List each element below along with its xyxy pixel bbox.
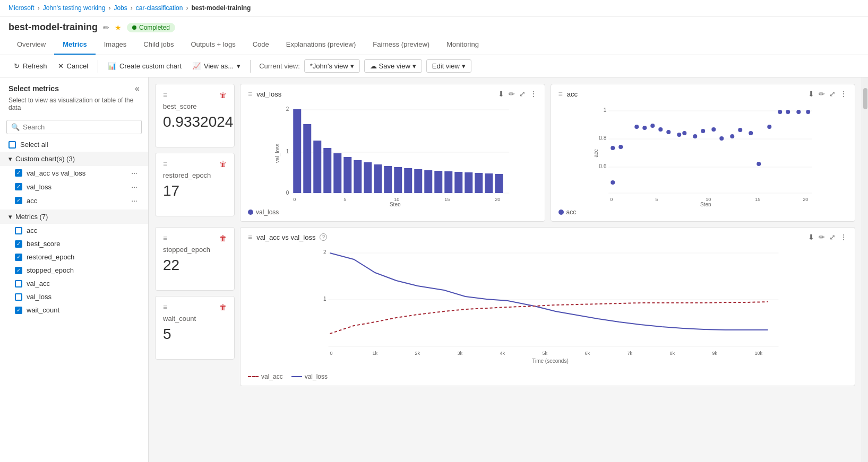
tab-overview[interactable]: Overview xyxy=(8,35,54,55)
svg-text:20: 20 xyxy=(803,197,808,202)
scroll-thumb[interactable] xyxy=(863,88,867,109)
svg-point-55 xyxy=(730,134,734,138)
edit-chart-icon-combo[interactable]: ✏ xyxy=(819,233,825,241)
download-icon-combo[interactable]: ⬇ xyxy=(808,233,814,241)
breadcrumb-jobs[interactable]: Jobs xyxy=(114,4,127,12)
cb-acc-metric[interactable] xyxy=(15,227,22,234)
svg-rect-11 xyxy=(333,153,341,193)
svg-text:9k: 9k xyxy=(712,351,718,356)
sidebar-item-acc[interactable]: acc ··· xyxy=(0,194,148,207)
svg-text:5k: 5k xyxy=(543,351,548,356)
sidebar-item-restored-epoch[interactable]: restored_epoch xyxy=(0,250,148,264)
more-icon[interactable]: ··· xyxy=(129,169,140,177)
delete-icon-4[interactable]: 🗑 xyxy=(219,303,227,311)
cb-stopped-epoch[interactable] xyxy=(15,267,22,274)
svg-rect-13 xyxy=(354,160,362,193)
delete-icon-3[interactable]: 🗑 xyxy=(219,234,227,242)
sidebar-item-val-acc[interactable]: val_acc xyxy=(0,277,148,290)
search-input[interactable] xyxy=(23,123,137,131)
svg-point-51 xyxy=(693,134,697,138)
more-icon-chart-acc[interactable]: ⋮ xyxy=(840,90,847,98)
download-icon-acc[interactable]: ⬇ xyxy=(808,90,814,98)
cancel-button[interactable]: ✕ Cancel xyxy=(53,59,93,73)
sidebar-collapse-button[interactable]: « xyxy=(135,84,140,93)
tab-fairness[interactable]: Fairness (preview) xyxy=(364,35,438,55)
sidebar-item-stopped-epoch[interactable]: stopped_epoch xyxy=(0,264,148,277)
cb-val-loss-metric[interactable] xyxy=(15,293,22,301)
expand-icon[interactable]: ⤢ xyxy=(519,90,526,98)
toolbar-separator-2 xyxy=(250,60,251,73)
select-all-row[interactable]: Select all xyxy=(0,137,148,152)
tab-explanations[interactable]: Explanations (preview) xyxy=(278,35,365,55)
sidebar-item-val-loss[interactable]: val_loss ··· xyxy=(0,180,148,194)
expand-icon-acc[interactable]: ⤢ xyxy=(829,90,836,98)
tab-code[interactable]: Code xyxy=(244,35,278,55)
delete-icon-2[interactable]: 🗑 xyxy=(219,160,227,168)
tab-monitoring[interactable]: Monitoring xyxy=(438,35,487,55)
cb-acc[interactable] xyxy=(15,197,22,204)
cb-val-acc[interactable] xyxy=(15,280,22,287)
view-as-button[interactable]: 📈 View as... ▾ xyxy=(187,59,246,73)
svg-text:2: 2 xyxy=(323,249,326,255)
svg-point-57 xyxy=(749,131,753,135)
combo-chart-title: val_acc vs val_loss xyxy=(256,233,315,241)
acc-svg: acc 1 0.8 0.6 xyxy=(558,100,848,206)
metric-label-acc: acc xyxy=(27,197,125,205)
right-scrollbar[interactable] xyxy=(862,77,868,462)
svg-text:1: 1 xyxy=(603,107,606,113)
save-view-button[interactable]: ☁ Save view ▾ xyxy=(364,59,422,73)
svg-text:4k: 4k xyxy=(500,351,505,356)
cb-val-acc-vs-val-loss[interactable] xyxy=(15,169,22,177)
svg-text:0.8: 0.8 xyxy=(599,135,606,141)
sidebar-item-acc-metric[interactable]: acc xyxy=(0,224,148,237)
val-loss-chart-card: ≡ val_loss ⬇ ✏ ⤢ ⋮ val_loss xyxy=(240,84,545,222)
current-view-dropdown[interactable]: *John's view ▾ xyxy=(304,59,360,73)
sidebar-item-val-loss-metric[interactable]: val_loss xyxy=(0,290,148,303)
cb-restored-epoch[interactable] xyxy=(15,254,22,261)
sidebar-item-best-score[interactable]: best_score xyxy=(0,237,148,250)
metrics-group-header[interactable]: ▾ Metrics (7) xyxy=(0,210,148,224)
delete-icon[interactable]: 🗑 xyxy=(219,91,227,99)
status-dot xyxy=(132,25,136,30)
create-chart-button[interactable]: 📊 Create custom chart xyxy=(102,59,187,73)
download-icon[interactable]: ⬇ xyxy=(498,90,504,98)
more-icon-chart[interactable]: ⋮ xyxy=(530,90,537,98)
more-icon-acc[interactable]: ··· xyxy=(129,196,140,205)
breadcrumb-microsoft[interactable]: Microsoft xyxy=(8,4,35,12)
tab-images[interactable]: Images xyxy=(96,35,135,55)
edit-view-button[interactable]: Edit view ▾ xyxy=(426,59,471,73)
svg-point-56 xyxy=(738,128,742,132)
star-icon[interactable]: ★ xyxy=(115,23,122,32)
cb-wait-count[interactable] xyxy=(15,307,22,314)
edit-chart-icon[interactable]: ✏ xyxy=(509,90,515,98)
edit-chart-icon-acc[interactable]: ✏ xyxy=(819,90,825,98)
sidebar-item-val-acc-vs-val-loss[interactable]: val_acc vs val_loss ··· xyxy=(0,166,148,180)
metric-label-val-loss: val_loss xyxy=(27,183,125,191)
metric-label-restored-epoch: restored_epoch xyxy=(27,253,140,261)
group-chevron-metrics: ▾ xyxy=(8,213,12,221)
metric-card-value: 0.9332024 xyxy=(163,114,227,130)
svg-point-47 xyxy=(658,127,663,132)
sidebar-item-wait-count[interactable]: wait_count xyxy=(0,303,148,317)
svg-rect-16 xyxy=(384,166,392,193)
tab-child-jobs[interactable]: Child jobs xyxy=(135,35,182,55)
tab-outputs-logs[interactable]: Outputs + logs xyxy=(182,35,244,55)
breadcrumb-car-classification[interactable]: car-classification xyxy=(136,4,183,12)
cb-val-loss[interactable] xyxy=(15,183,22,190)
tab-metrics[interactable]: Metrics xyxy=(54,35,96,55)
cb-best-score[interactable] xyxy=(15,240,22,248)
svg-rect-14 xyxy=(364,162,372,193)
refresh-button[interactable]: ↻ Refresh xyxy=(8,59,53,73)
select-all-checkbox[interactable] xyxy=(8,141,16,149)
edit-title-icon[interactable]: ✏ xyxy=(103,23,109,32)
val-acc-vs-val-loss-chart-card: ≡ val_acc vs val_loss ? ⬇ ✏ ⤢ ⋮ 2 xyxy=(240,227,855,386)
breadcrumb-testing[interactable]: John's testing working xyxy=(43,4,106,12)
custom-charts-group-header[interactable]: ▾ Custom chart(s) (3) xyxy=(0,152,148,166)
status-badge: Completed xyxy=(127,23,175,32)
more-icon-chart-combo[interactable]: ⋮ xyxy=(840,233,847,241)
more-icon-val-loss[interactable]: ··· xyxy=(129,182,140,191)
svg-text:5: 5 xyxy=(343,197,346,202)
select-all-label: Select all xyxy=(20,141,48,149)
expand-icon-combo[interactable]: ⤢ xyxy=(829,233,836,241)
sidebar: Select metrics « Select to view as visua… xyxy=(0,77,149,462)
